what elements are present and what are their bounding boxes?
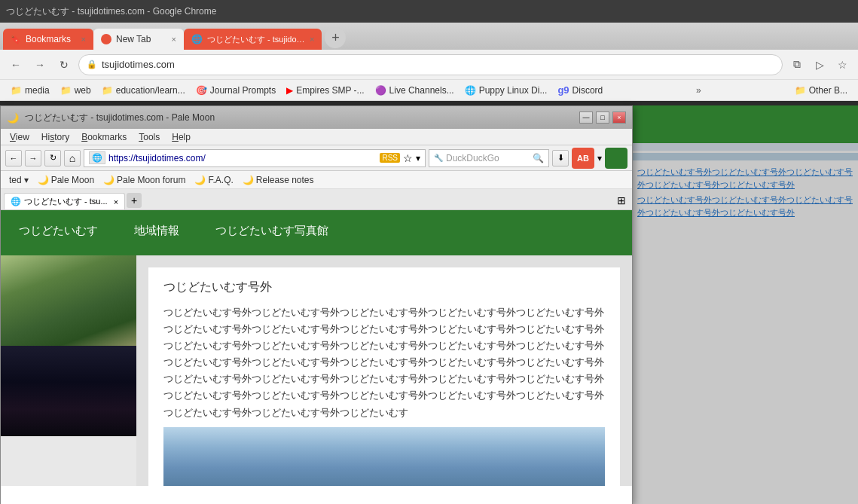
right-bar2 <box>633 153 858 160</box>
rss-icon: RSS <box>380 153 400 163</box>
faq-label: F.A.Q. <box>208 175 233 185</box>
tab-tsujido[interactable]: 🌐 つじどたいむす - tsujidoti... × <box>184 29 322 50</box>
bookmark-live-label: Live Channels... <box>389 85 454 96</box>
pm-menu-help[interactable]: Help <box>166 129 197 145</box>
folder-icon: 📁 <box>102 85 113 96</box>
pm-tab-tsujido[interactable]: 🌐 つじどたいむす - tsu... × <box>4 193 125 209</box>
bookmark-media[interactable]: 📁 media <box>6 84 54 97</box>
pm-bm-palemoon[interactable]: 🌙 Pale Moon <box>34 173 98 187</box>
search-icon: 🔍 <box>533 153 544 163</box>
article-box: つじどたいむす号外 つじどたいむす号外つじどたいむす号外つじどたいむす号外つじど… <box>148 267 620 486</box>
bookmark-other[interactable]: 📁 Other B... <box>790 84 852 97</box>
bookmark-live[interactable]: 🟣 Live Channels... <box>371 84 459 97</box>
bookmark-empires[interactable]: ▶ Empires SMP -... <box>282 84 368 97</box>
bookmark-web[interactable]: 📁 web <box>56 84 96 97</box>
ted-label: ted <box>9 175 22 185</box>
pm-forward-btn[interactable]: → <box>25 150 41 166</box>
bookmark-star-button[interactable]: ☆ <box>832 55 852 75</box>
address-dropdown-icon[interactable]: ▾ <box>416 153 420 163</box>
discord-icon: g9 <box>557 84 569 96</box>
pm-download-btn[interactable]: ⬇ <box>552 150 569 166</box>
pm-tab-close[interactable]: × <box>114 197 118 206</box>
new-tab-button[interactable]: + <box>325 27 346 48</box>
pm-toolbar: ← → ↻ ⌂ 🌐 https://tsujidotimes.com/ RSS … <box>1 145 632 171</box>
cast-button[interactable]: ⧉ <box>787 55 807 75</box>
pm-address-text: https://tsujidotimes.com/ <box>108 153 377 163</box>
pm-globe2: 🌙 <box>103 175 115 185</box>
pm-tab-icon: 🌐 <box>11 197 21 206</box>
pm-back-btn[interactable]: ← <box>5 150 22 166</box>
tab-newtab[interactable]: New Tab × <box>93 29 184 50</box>
palemoon-label: Pale Moon <box>51 175 94 185</box>
maximize-icon: □ <box>600 114 604 121</box>
pm-reload-btn[interactable]: ↻ <box>44 150 61 166</box>
reload-button[interactable]: ↻ <box>54 55 74 75</box>
release-label: Release notes <box>256 175 314 185</box>
article-image <box>163 427 605 486</box>
pm-toolbar-dropdown[interactable]: ▾ <box>597 153 602 163</box>
pm-address-bar[interactable]: 🌐 https://tsujidotimes.com/ RSS ☆ ▾ <box>84 149 426 167</box>
pm-minimize-btn[interactable]: — <box>579 111 593 124</box>
forward-button[interactable]: → <box>30 55 50 75</box>
pm-maximize-btn[interactable]: □ <box>596 111 609 124</box>
menu-view-label: View <box>10 132 29 142</box>
nav-icons: ⧉ ▷ ☆ <box>787 55 852 75</box>
bookmark-journal-label: Journal Prompts <box>210 85 276 96</box>
pm-menu-view[interactable]: View <box>4 129 35 145</box>
pm-globe1: 🌙 <box>38 175 49 185</box>
right-text-line1: つじどたいむす号外つじどたいむす号外つじどたいむす号外つじどたいむす号外つじどた… <box>637 166 853 191</box>
pm-green-btn[interactable] <box>605 148 627 169</box>
pm-menu-history[interactable]: History <box>35 129 75 145</box>
bookmark-discord-label: Discord <box>573 85 603 96</box>
bookmark-journal[interactable]: 🎯 Journal Prompts <box>191 84 280 97</box>
extension-button[interactable]: ▷ <box>810 55 829 75</box>
journal-icon: 🎯 <box>196 85 207 96</box>
bookmark-empires-label: Empires SMP -... <box>296 85 364 96</box>
pm-home-btn[interactable]: ⌂ <box>64 150 81 166</box>
bookmark-education[interactable]: 📁 education/learn... <box>97 84 190 97</box>
bookmarks-more[interactable]: » <box>693 84 704 97</box>
bookmark-education-label: education/learn... <box>116 85 185 96</box>
photo1 <box>1 255 136 346</box>
bookmark-discord[interactable]: g9 Discord <box>553 83 607 97</box>
pm-profile-btn[interactable]: AB <box>572 148 594 169</box>
pm-menu-tools[interactable]: Tools <box>133 129 166 145</box>
site-header: つじどたいむす 地域情報 つじどたいむす写真館 <box>1 210 632 255</box>
address-bar[interactable]: 🔒 tsujidotimes.com <box>78 54 783 75</box>
pm-menubar: View History Bookmarks Tools Help <box>1 129 632 145</box>
pm-bm-release[interactable]: 🌙 Release notes <box>239 173 318 187</box>
pm-page-content: つじどたいむす 地域情報 つじどたいむす写真館 つじどたいむす号外 つじどたいむ… <box>1 210 632 486</box>
minimize-icon: — <box>583 114 590 121</box>
bookmark-puppy-label: Puppy Linux Di... <box>479 85 548 96</box>
tab-tsujido-close[interactable]: × <box>310 35 314 44</box>
pm-new-tab-btn[interactable]: + <box>127 193 142 208</box>
pm-bm-ted[interactable]: ted ▾ <box>5 173 32 187</box>
nav-link-local[interactable]: 地域情報 <box>116 210 197 252</box>
pm-close-btn[interactable]: × <box>612 111 626 124</box>
chrome-titlebar: つじどたいむす - tsujidotimes.com - Google Chro… <box>0 0 858 23</box>
menu-tools-label: Tools <box>139 132 160 142</box>
bookmark-puppy[interactable]: 🌐 Puppy Linux Di... <box>460 84 552 97</box>
bookmark-toggle-icon[interactable]: ☆ <box>403 152 413 164</box>
sidebar-photos <box>1 255 136 486</box>
tab-bookmarks-close[interactable]: × <box>81 35 86 44</box>
right-bar1 <box>633 143 858 151</box>
home-icon: ⌂ <box>69 152 75 164</box>
puppy-icon: 🌐 <box>465 85 476 96</box>
bookmark-other-label: Other B... <box>809 85 847 96</box>
pm-tab-grid-btn[interactable]: ⊞ <box>614 193 629 208</box>
page-body: つじどたいむす号外 つじどたいむす号外つじどたいむす号外つじどたいむす号外つじど… <box>1 255 632 486</box>
pm-bm-faq[interactable]: 🌙 F.A.Q. <box>191 173 237 187</box>
pm-globe4: 🌙 <box>243 175 254 185</box>
nav-link-home[interactable]: つじどたいむす <box>1 210 116 252</box>
tab-bookmarks[interactable]: 🔖 Bookmarks × <box>3 29 93 50</box>
pm-menu-bookmarks[interactable]: Bookmarks <box>75 129 133 145</box>
nav-link-photos[interactable]: つじどたいむす写真館 <box>197 210 347 252</box>
pm-titlebar: 🌙 つじどたいむす - tsujidotimes.com - Pale Moon… <box>1 106 632 129</box>
chrome-tabs-bar: 🔖 Bookmarks × New Tab × 🌐 つじどたいむす - tsuj… <box>0 23 858 50</box>
back-button[interactable]: ← <box>6 55 26 75</box>
forward-icon: → <box>29 154 38 163</box>
pm-search-bar[interactable]: 🔧 DuckDuckGo 🔍 <box>429 149 549 167</box>
pm-bm-forum[interactable]: 🌙 Pale Moon forum <box>99 173 189 187</box>
tab-newtab-close[interactable]: × <box>172 35 176 44</box>
